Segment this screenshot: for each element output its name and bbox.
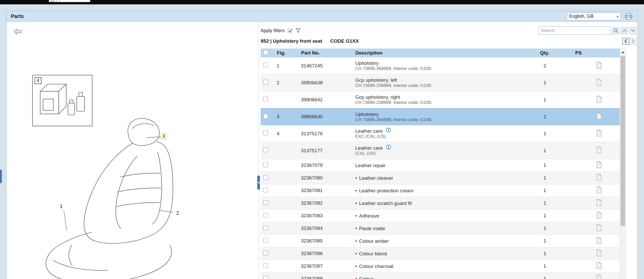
table-row[interactable]: 2 39806638 • Gcp upholstery, left CH 736… [261, 74, 620, 91]
row-checkbox[interactable] [263, 148, 268, 152]
description-text: Leather repair [355, 163, 386, 168]
ps-cell[interactable] [564, 147, 620, 155]
bullet-icon: • [355, 263, 357, 269]
document-icon [596, 79, 602, 86]
apply-filters-checkbox[interactable] [288, 28, 292, 33]
ps-cell[interactable] [564, 199, 620, 207]
row-checkbox[interactable] [263, 200, 268, 205]
language-dropdown[interactable]: English, GB ▾ [567, 13, 621, 20]
ps-cell[interactable] [564, 174, 620, 182]
bullet-icon: • [355, 213, 357, 219]
qty-cell: 1 [526, 131, 564, 137]
top-black-bar [0, 0, 644, 4]
table-row[interactable]: 32367085 • Colour amber 1 [261, 235, 620, 247]
description-subtext: (CA), (US) [355, 151, 526, 156]
part-number-cell: 31375177 [298, 148, 351, 154]
search-button[interactable] [612, 27, 619, 34]
row-checkbox[interactable] [263, 97, 268, 101]
bullet-icon: • [355, 188, 357, 194]
qty-cell: 1 [526, 213, 564, 219]
table-row[interactable]: 1 31467245 • Upholstery CH 73695-364999,… [261, 57, 620, 74]
check-icon [288, 29, 293, 33]
ps-cell[interactable] [564, 96, 620, 104]
table-row[interactable]: 3 39806630 • Upholstery CH 73695-364999,… [261, 108, 620, 125]
ps-cell[interactable] [564, 113, 620, 121]
row-checkbox[interactable] [263, 63, 268, 67]
scrollbar-thumb[interactable] [621, 56, 625, 226]
row-checkbox[interactable] [263, 80, 268, 84]
pane-splitter-handle[interactable] [257, 176, 260, 190]
table-row[interactable]: 32367087 • Colour charcoal 1 [261, 260, 620, 273]
col-header-fig[interactable]: Fig. [273, 50, 299, 56]
table-row[interactable]: 32367083 • Adhesive 1 [261, 210, 620, 222]
table-row[interactable]: 32367088 • Colour 1 [261, 273, 620, 279]
info-icon[interactable] [386, 128, 391, 133]
table-row[interactable]: 32367082 • Leather scratch guard fil 1 [261, 197, 620, 210]
row-checkbox[interactable] [263, 238, 268, 243]
description-cell: • Leather cleaner [351, 175, 526, 181]
select-all-checkbox[interactable] [264, 50, 268, 55]
ps-cell[interactable] [564, 212, 620, 220]
row-checkbox[interactable] [263, 251, 268, 255]
description-cell: • Leather scratch guard fil [351, 200, 526, 206]
row-checkbox[interactable] [263, 276, 268, 279]
part-number-cell: 31467245 [298, 63, 351, 69]
document-icon [596, 174, 602, 181]
table-scrollbar[interactable] [620, 49, 626, 279]
row-checkbox[interactable] [263, 188, 268, 192]
row-checkbox[interactable] [263, 114, 268, 119]
qty-cell: 1 [526, 188, 564, 193]
part-number-cell: 32367087 [298, 263, 351, 269]
next-section-button[interactable] [630, 38, 636, 45]
page-title: Parts [11, 13, 24, 19]
description-text: Colour charcoal [359, 263, 393, 269]
document-icon [596, 249, 602, 256]
table-row[interactable]: 32367081 • Leather protection cream 1 [261, 184, 620, 197]
col-header-ps[interactable]: PS [563, 50, 620, 56]
row-checkbox[interactable] [263, 263, 268, 268]
ps-cell[interactable] [564, 262, 620, 270]
table-row[interactable]: 31375177 • Leather care (CA), (US) 1 [261, 142, 620, 159]
filter-funnel-icon[interactable] [295, 28, 301, 33]
table-row[interactable]: 39806642 • Gcp upholstery, right CH 7369… [261, 91, 620, 108]
ps-cell[interactable] [564, 224, 620, 232]
seat-diagram [7, 22, 259, 279]
description-cell: • Gcp upholstery, right CH 73695-236999,… [351, 94, 526, 105]
row-checkbox[interactable] [263, 163, 268, 167]
table-row[interactable]: 4 31375176 • Leather care EXC (CA), (US)… [261, 125, 620, 142]
left-splitter-handle[interactable] [0, 170, 2, 183]
col-header-qty[interactable]: Qty. [526, 50, 563, 56]
ps-cell[interactable] [564, 62, 620, 70]
document-icon [596, 186, 602, 193]
qty-cell: 1 [526, 175, 564, 181]
print-button[interactable] [624, 13, 633, 20]
ps-cell[interactable] [564, 161, 620, 169]
search-input[interactable] [539, 26, 611, 35]
find-next-button[interactable] [629, 27, 636, 34]
ps-cell[interactable] [564, 130, 620, 138]
ps-cell[interactable] [564, 237, 620, 245]
part-number-cell: 32367088 [298, 276, 351, 279]
ps-cell[interactable] [564, 275, 620, 279]
table-row[interactable]: 32367079 • Leather repair 1 [261, 159, 620, 172]
find-previous-button[interactable] [621, 27, 628, 34]
row-checkbox[interactable] [263, 213, 268, 218]
table-row[interactable]: 32367084 • Paste matte 1 [261, 222, 620, 235]
scrollbar-up-button[interactable] [620, 49, 626, 56]
row-checkbox[interactable] [263, 131, 268, 135]
ps-cell[interactable] [564, 79, 620, 87]
col-header-description[interactable]: Description [351, 50, 526, 56]
description-cell: • Leather protection cream [351, 188, 526, 194]
col-header-part[interactable]: Part No. [299, 50, 351, 56]
table-row[interactable]: 32367086 • Colour blond 1 [261, 247, 620, 260]
qty-cell: 1 [526, 163, 564, 168]
table-row[interactable]: 32367080 • Leather cleaner 1 [261, 172, 620, 184]
part-number-cell: 39806638 [298, 80, 351, 86]
row-checkbox[interactable] [263, 226, 268, 230]
previous-section-button[interactable] [622, 38, 629, 45]
row-checkbox[interactable] [263, 175, 268, 180]
info-icon[interactable] [386, 145, 391, 150]
ps-cell[interactable] [564, 186, 620, 195]
document-icon [596, 237, 602, 244]
ps-cell[interactable] [564, 249, 620, 258]
